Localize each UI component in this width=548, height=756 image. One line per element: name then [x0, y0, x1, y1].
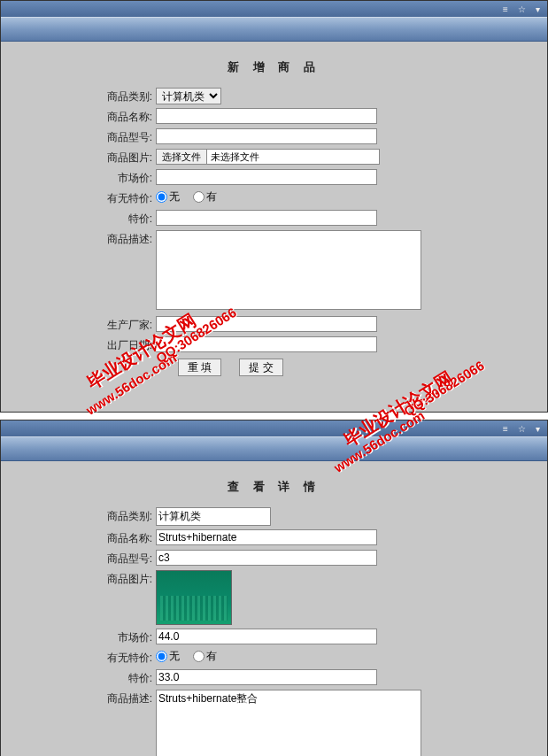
description-label: 商品描述:	[19, 230, 156, 247]
file-status: 未选择文件	[207, 149, 380, 165]
menu-icon[interactable]: ≡	[499, 3, 512, 15]
image-label: 商品图片:	[19, 149, 156, 166]
name-value: Struts+hibernate	[156, 529, 377, 545]
header-band	[1, 17, 547, 42]
special-price-value: 33.0	[156, 669, 377, 685]
has-special-label: 有无特价:	[19, 189, 156, 206]
choose-file-button[interactable]: 选择文件	[156, 149, 207, 165]
page-title: 新 增 商 品	[19, 59, 529, 75]
market-price-label: 市场价:	[19, 169, 156, 186]
model-label: 商品型号:	[19, 128, 156, 145]
special-yes-radio[interactable]	[193, 191, 205, 203]
description-value: Struts+hibernate整合	[156, 690, 421, 756]
image-label-2: 商品图片:	[19, 570, 156, 587]
dropdown-icon[interactable]: ▾	[531, 422, 544, 435]
name-label: 商品名称:	[19, 108, 156, 125]
category-select[interactable]: 计算机类	[156, 88, 221, 104]
special-price-label: 特价:	[19, 210, 156, 227]
description-label-2: 商品描述:	[19, 690, 156, 706]
reset-button[interactable]: 重 填	[178, 359, 221, 376]
outdate-label: 出厂日期:	[19, 336, 156, 353]
special-no-radio[interactable]	[156, 191, 167, 203]
product-image-preview	[156, 570, 232, 625]
view-detail-content: 查 看 详 情 商品类别: 计算机类 商品名称: Struts+hibernat…	[1, 461, 547, 756]
titlebar: ≡ ☆ ▾	[1, 1, 547, 17]
name-label-2: 商品名称:	[19, 529, 156, 546]
add-product-window: ≡ ☆ ▾ 新 增 商 品 商品类别: 计算机类 商品名称: 商品型号:	[0, 0, 548, 413]
special-price-input[interactable]	[156, 210, 377, 226]
header-band-2	[1, 436, 547, 461]
add-product-content: 新 增 商 品 商品类别: 计算机类 商品名称: 商品型号: 商品图片:	[1, 42, 547, 412]
special-price-label-2: 特价:	[19, 669, 156, 686]
description-textarea[interactable]	[156, 230, 421, 310]
model-input[interactable]	[156, 128, 377, 144]
titlebar-2: ≡ ☆ ▾	[1, 420, 547, 436]
special-no-radio-2	[156, 651, 167, 662]
name-input[interactable]	[156, 108, 377, 124]
manufacturer-label: 生产厂家:	[19, 316, 156, 333]
menu-icon[interactable]: ≡	[499, 422, 512, 435]
outdate-input[interactable]	[156, 336, 377, 352]
market-price-label-2: 市场价:	[19, 629, 156, 645]
category-label-2: 商品类别:	[19, 507, 156, 524]
view-detail-window: ≡ ☆ ▾ 查 看 详 情 商品类别: 计算机类 商品名称: Struts+hi…	[0, 420, 548, 756]
market-price-value: 44.0	[156, 629, 377, 644]
star-icon[interactable]: ☆	[515, 422, 528, 435]
submit-button[interactable]: 提 交	[239, 359, 282, 376]
market-price-input[interactable]	[156, 169, 377, 185]
dropdown-icon[interactable]: ▾	[531, 3, 544, 15]
model-value: c3	[156, 550, 377, 566]
model-label-2: 商品型号:	[19, 550, 156, 567]
manufacturer-input[interactable]	[156, 316, 377, 332]
category-label: 商品类别:	[19, 88, 156, 104]
star-icon[interactable]: ☆	[515, 3, 528, 15]
category-value: 计算机类	[156, 507, 271, 526]
special-yes-radio-2	[193, 651, 205, 662]
has-special-label-2: 有无特价:	[19, 649, 156, 666]
page-title-2: 查 看 详 情	[19, 479, 529, 495]
